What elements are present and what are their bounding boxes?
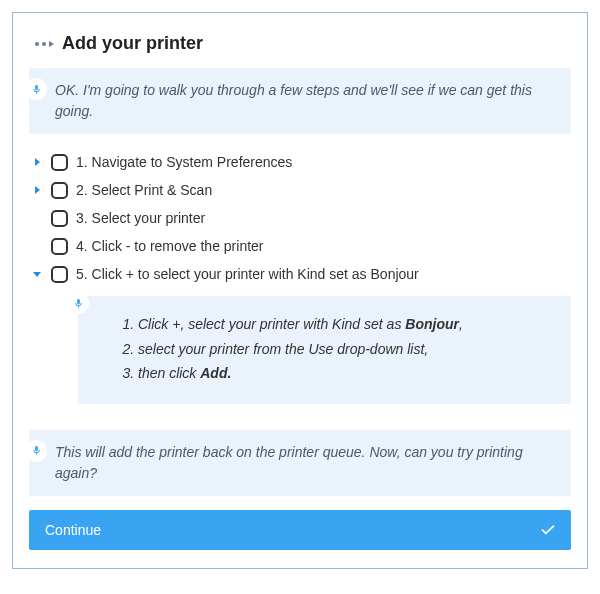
step-checkbox[interactable]: [51, 266, 68, 283]
step-label: 2. Select Print & Scan: [76, 182, 212, 198]
substep-item: Click +, select your printer with Kind s…: [138, 312, 553, 337]
step-checkbox[interactable]: [51, 154, 68, 171]
intro-text: OK. I'm going to walk you through a few …: [55, 80, 557, 122]
expand-toggle[interactable]: [31, 186, 43, 194]
step-label: 1. Navigate to System Preferences: [76, 154, 292, 170]
chevron-right-icon: [35, 186, 40, 194]
step-label: 4. Click - to remove the printer: [76, 238, 264, 254]
guide-panel: Add your printer OK. I'm going to walk y…: [12, 12, 588, 569]
step-checkbox[interactable]: [51, 182, 68, 199]
substep-bubble: Click +, select your printer with Kind s…: [78, 296, 571, 404]
chevron-down-icon: [33, 272, 41, 277]
step-item[interactable]: 5. Click + to select your printer with K…: [31, 260, 571, 288]
steps-icon: [35, 41, 54, 47]
step-item[interactable]: 2. Select Print & Scan: [31, 176, 571, 204]
substep-item: then click Add.: [138, 361, 553, 386]
mic-icon: [25, 440, 47, 462]
substep-item: select your printer from the Use drop-do…: [138, 337, 553, 362]
step-item[interactable]: 1. Navigate to System Preferences: [31, 148, 571, 176]
intro-bubble: OK. I'm going to walk you through a few …: [29, 68, 571, 134]
continue-button[interactable]: Continue: [29, 510, 571, 550]
step-label: 3. Select your printer: [76, 210, 205, 226]
check-icon: [541, 525, 555, 535]
substep-container: Click +, select your printer with Kind s…: [67, 296, 571, 404]
step-label: 5. Click + to select your printer with K…: [76, 266, 419, 282]
outro-text: This will add the printer back on the pr…: [55, 442, 557, 484]
page-title: Add your printer: [62, 33, 203, 54]
mic-icon: [67, 292, 89, 314]
expand-toggle[interactable]: [31, 272, 43, 277]
step-checkbox[interactable]: [51, 210, 68, 227]
outro-bubble: This will add the printer back on the pr…: [29, 430, 571, 496]
chevron-right-icon: [35, 158, 40, 166]
continue-label: Continue: [45, 522, 101, 538]
expand-toggle[interactable]: [31, 158, 43, 166]
step-item[interactable]: 3. Select your printer: [31, 204, 571, 232]
step-item[interactable]: 4. Click - to remove the printer: [31, 232, 571, 260]
step-checkbox[interactable]: [51, 238, 68, 255]
step-list: 1. Navigate to System Preferences 2. Sel…: [31, 148, 571, 288]
substep-list: Click +, select your printer with Kind s…: [120, 312, 553, 386]
mic-icon: [25, 78, 47, 100]
title-row: Add your printer: [35, 33, 571, 54]
